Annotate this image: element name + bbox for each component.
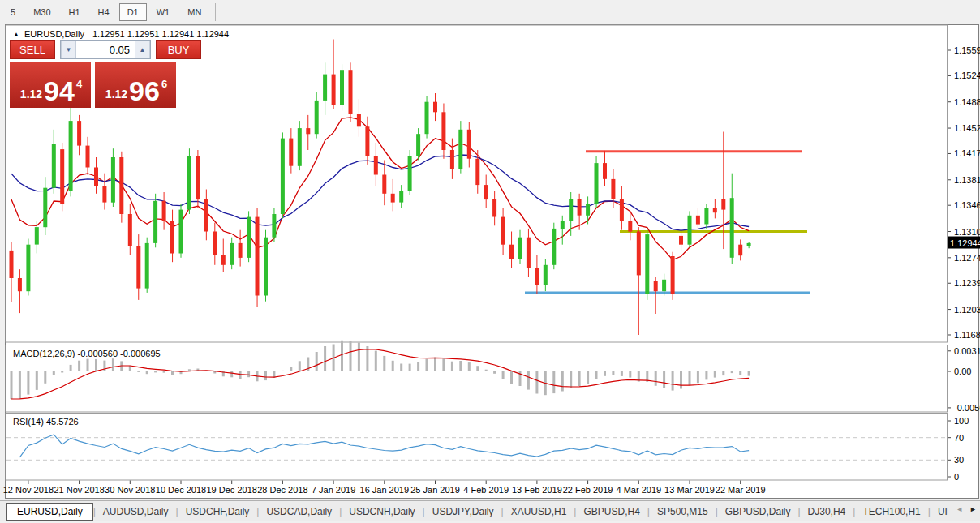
date-axis-label: 12 Nov 2018 bbox=[3, 485, 54, 495]
macd-histogram-bar bbox=[552, 371, 555, 393]
buy-price-small: 1.12 bbox=[105, 88, 127, 101]
macd-histogram-bar bbox=[621, 371, 623, 376]
date-axis-label: 22 Feb 2019 bbox=[563, 485, 613, 495]
candle-body bbox=[43, 188, 47, 228]
date-axis-label: 30 Nov 2018 bbox=[105, 485, 155, 495]
chart-tab-tech100-h1[interactable]: TECH100,H1 bbox=[855, 504, 927, 520]
chart-tab-audusd-daily[interactable]: AUDUSD,Daily bbox=[96, 504, 176, 520]
chart-tab-ui[interactable]: UI bbox=[931, 504, 955, 520]
candle-body bbox=[611, 179, 615, 199]
chart-tab-usdcnh-daily[interactable]: USDCNH,Daily bbox=[342, 504, 422, 520]
macd-histogram-bar bbox=[366, 346, 368, 371]
macd-histogram-bar bbox=[570, 371, 572, 388]
candle-body bbox=[35, 227, 39, 245]
macd-histogram-bar bbox=[612, 371, 614, 375]
candle-body bbox=[637, 232, 641, 276]
macd-histogram-bar bbox=[705, 371, 707, 379]
candle-body bbox=[315, 101, 319, 134]
candle-body bbox=[595, 163, 599, 204]
macd-histogram-bar bbox=[171, 371, 174, 375]
macd-histogram-bar bbox=[731, 371, 733, 373]
candle-body bbox=[153, 201, 157, 243]
rsi-panel[interactable] bbox=[6, 414, 948, 481]
macd-histogram-bar bbox=[11, 371, 13, 399]
chart-tab-eurusd-daily[interactable]: EURUSD,Daily bbox=[6, 503, 93, 521]
candle-body bbox=[128, 214, 132, 246]
tab-container: EURUSD,Daily|AUDUSD,Daily|USDCHF,Daily|U… bbox=[6, 503, 955, 521]
macd-histogram-bar bbox=[44, 371, 46, 384]
price-axis-label: 1.13460 bbox=[954, 200, 980, 210]
chart-tab-dj30-h4[interactable]: DJ30,H4 bbox=[801, 504, 853, 520]
macd-histogram-bar bbox=[95, 359, 97, 371]
candle-body bbox=[730, 198, 734, 258]
macd-histogram-bar bbox=[78, 361, 80, 371]
candle-body bbox=[696, 216, 700, 225]
macd-histogram-bar bbox=[112, 358, 114, 371]
macd-histogram-bar bbox=[672, 371, 674, 391]
macd-histogram-bar bbox=[527, 371, 530, 390]
date-axis-label: 25 Jan 2019 bbox=[410, 485, 460, 495]
date-axis-label: 7 Jan 2019 bbox=[312, 485, 355, 495]
price-axis-label: 1.12390 bbox=[954, 278, 980, 288]
candle-body bbox=[704, 208, 708, 225]
price-axis-label: 1.13100 bbox=[954, 227, 980, 237]
candle-body bbox=[721, 199, 725, 210]
macd-histogram-bar bbox=[451, 362, 453, 371]
candle-body bbox=[10, 251, 14, 278]
date-axis-label: 16 Jan 2019 bbox=[360, 485, 410, 495]
candle-body bbox=[94, 168, 98, 186]
candle-body bbox=[509, 245, 514, 259]
chart-symbol-label: EURUSD,Daily bbox=[24, 29, 84, 39]
chart-tab-gbpusd-daily[interactable]: GBPUSD,Daily bbox=[718, 504, 798, 520]
chart-tab-usdchf-daily[interactable]: USDCHF,Daily bbox=[178, 504, 257, 520]
chart-tab-gbpusd-h4[interactable]: GBPUSD,H4 bbox=[576, 504, 647, 520]
candle-body bbox=[391, 194, 395, 203]
volume-input[interactable] bbox=[76, 41, 135, 58]
buy-button[interactable]: BUY bbox=[156, 40, 201, 59]
macd-histogram-bar bbox=[247, 371, 250, 377]
tab-scroll-right-icon[interactable]: ► bbox=[969, 505, 977, 513]
macd-histogram-bar bbox=[375, 351, 377, 371]
chart-tab-sp500-m15[interactable]: SP500,M15 bbox=[650, 504, 716, 520]
macd-histogram-bar bbox=[739, 371, 741, 375]
volume-decrease-icon[interactable]: ▼ bbox=[61, 41, 76, 58]
sell-price-panel[interactable]: 1.12 94 4 bbox=[10, 62, 91, 108]
sell-button[interactable]: SELL bbox=[10, 40, 55, 59]
candle-body bbox=[179, 210, 183, 254]
rsi-axis-label: 0 bbox=[954, 472, 959, 482]
macd-histogram-bar bbox=[604, 371, 606, 376]
macd-histogram-bar bbox=[350, 341, 352, 371]
macd-histogram-bar bbox=[595, 371, 598, 379]
candle-body bbox=[349, 70, 353, 114]
candle-body bbox=[535, 268, 539, 285]
candle-body bbox=[654, 281, 658, 292]
macd-histogram-bar bbox=[299, 361, 301, 371]
chart-tab-usdjpy-daily[interactable]: USDJPY,Daily bbox=[425, 504, 501, 520]
price-axis-label: 1.15590 bbox=[954, 45, 980, 55]
macd-histogram-bar bbox=[27, 371, 29, 395]
macd-histogram-bar bbox=[61, 371, 63, 373]
buy-price-panel[interactable]: 1.12 96 6 bbox=[95, 62, 176, 108]
tab-scroll-left-icon[interactable]: ◄ bbox=[956, 505, 963, 513]
candle-body bbox=[204, 199, 208, 232]
date-axis-label: 28 Dec 2018 bbox=[257, 485, 307, 495]
candle-body bbox=[247, 217, 251, 258]
price-axis-label: 1.14880 bbox=[954, 97, 980, 107]
chart-tab-xauusd-h1[interactable]: XAUUSD,H1 bbox=[504, 504, 574, 520]
macd-histogram-bar bbox=[493, 371, 496, 374]
price-axis-label: 1.11680 bbox=[954, 330, 980, 340]
candle-body bbox=[306, 128, 310, 134]
candle-body bbox=[679, 236, 683, 245]
chart-tab-usdcad-daily[interactable]: USDCAD,Daily bbox=[259, 504, 339, 520]
macd-histogram-bar bbox=[409, 364, 411, 371]
buy-price-sup: 6 bbox=[161, 78, 167, 90]
macd-histogram-bar bbox=[324, 346, 326, 371]
macd-histogram-bar bbox=[316, 352, 318, 371]
volume-increase-icon[interactable]: ▲ bbox=[135, 41, 150, 58]
price-axis-label: 1.12740 bbox=[954, 253, 980, 263]
expand-triangle-icon[interactable]: ▲ bbox=[13, 31, 19, 38]
candle-body bbox=[382, 175, 386, 194]
date-axis-label: 13 Mar 2019 bbox=[664, 485, 715, 495]
candle-body bbox=[340, 70, 344, 105]
price-axis-label: 1.14520 bbox=[954, 123, 980, 133]
